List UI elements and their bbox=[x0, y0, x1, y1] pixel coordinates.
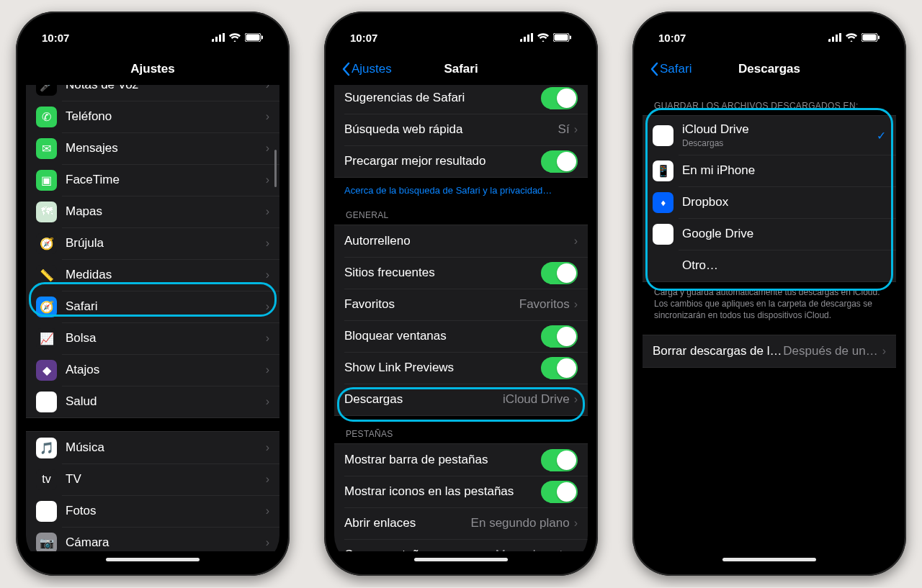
row-tv[interactable]: tvTV› bbox=[26, 463, 279, 495]
row-camara[interactable]: 📷Cámara› bbox=[26, 527, 279, 551]
row-medidas[interactable]: 📏Medidas› bbox=[26, 259, 279, 291]
page-title: Ajustes bbox=[130, 62, 174, 76]
row-label: Notas de Voz bbox=[66, 85, 266, 92]
atajos-icon: ◆ bbox=[36, 360, 57, 381]
row-label: Abrir enlaces bbox=[344, 516, 471, 530]
settings-list[interactable]: 🎤Notas de Voz›✆Teléfono›✉︎Mensajes›▣Face… bbox=[26, 85, 279, 551]
toggle-switch[interactable] bbox=[541, 150, 578, 173]
home-indicator[interactable] bbox=[722, 558, 816, 561]
save-footer: Carga y guarda automáticamente tus desca… bbox=[643, 282, 896, 322]
scroll-indicator[interactable] bbox=[274, 150, 277, 187]
back-button[interactable]: Safari bbox=[650, 62, 692, 76]
row-notas-de-voz[interactable]: 🎤Notas de Voz› bbox=[26, 85, 279, 101]
row-brujula[interactable]: 🧭Brújula› bbox=[26, 227, 279, 259]
row-sitios-frecuentes[interactable]: Sitios frecuentes bbox=[334, 257, 588, 289]
row-descargas[interactable]: DescargasiCloud Drive› bbox=[334, 384, 588, 415]
navbar: Ajustes Safari bbox=[334, 53, 588, 85]
row-musica[interactable]: 🎵Música› bbox=[26, 432, 279, 463]
chevron-right-icon: › bbox=[266, 473, 269, 486]
row-busqueda-web-rapida[interactable]: Búsqueda web rápidaSí› bbox=[334, 114, 588, 145]
en-mi-iphone-icon: 📱 bbox=[653, 160, 673, 181]
chevron-right-icon: › bbox=[266, 110, 269, 123]
row-otro[interactable]: Otro… bbox=[643, 250, 896, 281]
row-borrar-descargas[interactable]: Borrar descargas de la lista Después de … bbox=[643, 335, 896, 367]
row-favoritos[interactable]: FavoritosFavoritos› bbox=[334, 289, 588, 320]
row-label: Sitios frecuentes bbox=[344, 266, 541, 280]
row-label: Teléfono bbox=[66, 109, 266, 124]
row-en-mi-iphone[interactable]: 📱En mi iPhone bbox=[643, 155, 896, 186]
back-button[interactable]: Ajustes bbox=[341, 62, 392, 76]
row-fotos[interactable]: ✿Fotos› bbox=[26, 495, 279, 527]
navbar: Safari Descargas bbox=[643, 53, 896, 85]
toggle-switch[interactable] bbox=[541, 87, 578, 109]
safari-icon: 🧭 bbox=[36, 297, 57, 317]
row-sugerencias-safari[interactable]: Sugerencias de Safari bbox=[334, 85, 588, 114]
row-label: Favoritos bbox=[344, 297, 519, 312]
wifi-icon bbox=[537, 33, 549, 42]
row-atajos[interactable]: ◆Atajos› bbox=[26, 354, 279, 386]
row-label: Brújula bbox=[66, 236, 266, 250]
toggle-switch[interactable] bbox=[541, 357, 578, 379]
row-cerrar-pestanas[interactable]: Cerrar pestañasManualmente› bbox=[334, 539, 588, 551]
row-value: En segundo plano bbox=[471, 516, 570, 530]
safari-settings-list[interactable]: Sugerencias del buscadorSugerencias de S… bbox=[334, 85, 588, 551]
chevron-right-icon: › bbox=[574, 298, 578, 311]
row-facetime[interactable]: ▣FaceTime› bbox=[26, 164, 279, 196]
dropbox-icon: ⬧ bbox=[653, 192, 673, 213]
row-autorrelleno[interactable]: Autorrelleno› bbox=[334, 225, 588, 257]
svg-rect-3 bbox=[223, 33, 225, 42]
row-label: Salud bbox=[66, 394, 266, 409]
chevron-right-icon: › bbox=[574, 548, 578, 551]
row-label: Bloquear ventanas bbox=[344, 329, 541, 343]
row-safari[interactable]: 🧭Safari› bbox=[26, 291, 279, 322]
battery-icon bbox=[245, 33, 264, 42]
row-mensajes[interactable]: ✉︎Mensajes› bbox=[26, 132, 279, 164]
row-dropbox[interactable]: ⬧Dropbox bbox=[643, 186, 896, 218]
row-mapas[interactable]: 🗺Mapas› bbox=[26, 196, 279, 227]
row-google-drive[interactable]: ▲Google Drive bbox=[643, 218, 896, 250]
home-indicator[interactable] bbox=[414, 558, 508, 561]
row-telefono[interactable]: ✆Teléfono› bbox=[26, 101, 279, 132]
chevron-right-icon: › bbox=[882, 345, 886, 358]
row-label: Mensajes bbox=[66, 141, 266, 155]
row-label: FaceTime bbox=[66, 173, 266, 187]
group-header-general: GENERAL bbox=[334, 203, 588, 225]
status-time: 10:07 bbox=[658, 32, 686, 44]
descargas-list[interactable]: GUARDAR LOS ARCHIVOS DESCARGADOS EN: ☁︎i… bbox=[643, 85, 896, 551]
wifi-icon bbox=[229, 33, 241, 42]
row-label: Safari bbox=[66, 299, 266, 314]
toggle-switch[interactable] bbox=[541, 325, 578, 348]
toggle-switch[interactable] bbox=[541, 262, 578, 284]
privacy-link[interactable]: Acerca de la búsqueda de Safari y la pri… bbox=[334, 178, 588, 203]
row-bolsa[interactable]: 📈Bolsa› bbox=[26, 322, 279, 354]
navbar: Ajustes bbox=[26, 53, 279, 85]
chevron-right-icon: › bbox=[266, 505, 269, 517]
row-show-link-previews[interactable]: Show Link Previews bbox=[334, 352, 588, 384]
telefono-icon: ✆ bbox=[36, 107, 57, 127]
row-abrir-enlaces[interactable]: Abrir enlacesEn segundo plano› bbox=[334, 507, 588, 539]
row-label: Mapas bbox=[66, 204, 266, 219]
chevron-left-icon bbox=[341, 62, 350, 76]
row-mostrar-iconos[interactable]: Mostrar iconos en las pestañas bbox=[334, 476, 588, 507]
row-bloquear-ventanas[interactable]: Bloquear ventanas bbox=[334, 320, 588, 352]
chevron-right-icon: › bbox=[574, 393, 578, 406]
status-indicators bbox=[212, 33, 264, 42]
back-label: Safari bbox=[660, 62, 692, 76]
mapas-icon: 🗺 bbox=[36, 202, 57, 222]
checkmark-icon: ✓ bbox=[877, 129, 886, 143]
row-label: Descargas bbox=[344, 392, 503, 407]
row-label: Autorrelleno bbox=[344, 234, 574, 248]
home-indicator[interactable] bbox=[106, 558, 200, 561]
toggle-switch[interactable] bbox=[541, 449, 578, 471]
chevron-right-icon: › bbox=[266, 363, 269, 376]
row-label: Google Drive bbox=[682, 227, 886, 241]
row-label: Dropbox bbox=[682, 195, 886, 209]
svg-rect-10 bbox=[531, 33, 533, 42]
svg-rect-15 bbox=[832, 37, 834, 42]
toggle-switch[interactable] bbox=[541, 481, 578, 503]
row-icloud-drive[interactable]: ☁︎iCloud DriveDescargas✓ bbox=[643, 116, 896, 155]
svg-rect-8 bbox=[524, 37, 526, 42]
row-mostrar-barra[interactable]: Mostrar barra de pestañas bbox=[334, 444, 588, 476]
row-precargar[interactable]: Precargar mejor resultado bbox=[334, 145, 588, 177]
row-salud[interactable]: ❤︎Salud› bbox=[26, 386, 279, 417]
